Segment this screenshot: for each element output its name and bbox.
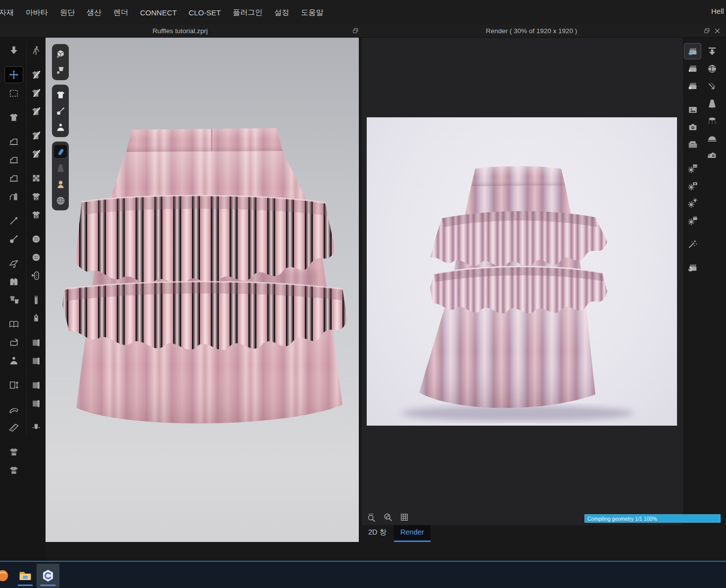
show-light-toggle-icon[interactable] <box>54 161 67 174</box>
menu-item-원단[interactable]: 원단 <box>54 8 81 17</box>
show-avatar-toggle-icon[interactable] <box>54 121 67 134</box>
disc-light-button-icon[interactable] <box>704 113 720 128</box>
fabric-open-tool-icon[interactable] <box>5 316 23 332</box>
button-tool-icon[interactable] <box>27 231 45 247</box>
taskbar <box>0 561 726 588</box>
cone-light-button-icon[interactable] <box>704 96 720 111</box>
pin-ball-tool-icon[interactable] <box>5 231 23 247</box>
fabric-roll-tool-4-icon[interactable] <box>27 395 45 411</box>
save-download-button-icon[interactable] <box>704 44 720 59</box>
render-restore-icon[interactable] <box>702 26 711 35</box>
sew-garment-tool-icon[interactable] <box>5 189 23 204</box>
sewing-machine-tool-icon[interactable] <box>5 134 23 149</box>
button-large-tool-icon[interactable] <box>27 249 45 265</box>
garment-ruler-tool-icon[interactable] <box>5 462 23 478</box>
image-viewer-button-icon[interactable] <box>684 102 701 117</box>
camera-settings-button-icon[interactable] <box>684 178 701 193</box>
denoiser-button-icon[interactable] <box>684 236 701 251</box>
render-zoom-controls: 100 <box>366 511 410 523</box>
video-render-button-icon[interactable] <box>684 61 701 76</box>
fabric-roll-tool-1-icon[interactable] <box>27 335 45 350</box>
menu-item-렌더[interactable]: 렌더 <box>107 8 134 17</box>
garment-cut-tool-1-icon[interactable] <box>27 67 45 83</box>
file-explorer-app-icon[interactable] <box>14 564 37 588</box>
clamp-tool-icon[interactable] <box>27 420 45 436</box>
garment-ball-toggle-icon[interactable] <box>54 64 67 77</box>
render-close-icon[interactable] <box>713 26 722 35</box>
view-tabs: 2D 창Render <box>362 525 431 542</box>
snapshot-button-icon[interactable] <box>684 119 701 135</box>
render-toolbar-inner <box>684 44 701 275</box>
pin-tool-icon[interactable] <box>5 213 23 229</box>
uv-fabric-tool-icon[interactable] <box>27 170 45 186</box>
tab-render[interactable]: Render <box>394 525 431 542</box>
tape-measure-tool-icon[interactable] <box>5 401 23 417</box>
vray-engine-button-icon[interactable] <box>704 61 720 76</box>
buttonhole-tool-icon[interactable] <box>27 268 45 284</box>
light-settings-button-icon[interactable] <box>684 195 701 210</box>
window-title-row: Ruffles tutorial.zprj Render ( 30% of 19… <box>0 25 726 38</box>
clone-layer-tool-icon[interactable] <box>5 292 23 308</box>
menu-item-자재[interactable]: 자재 <box>0 8 20 17</box>
show-head-toggle-icon[interactable] <box>54 178 67 191</box>
fabric-roll-tool-2-icon[interactable] <box>27 353 45 369</box>
snap-3d-toggle-icon[interactable] <box>54 48 67 60</box>
video-settings-button-icon[interactable] <box>684 212 701 228</box>
image-settings-button-icon[interactable] <box>684 160 701 176</box>
3d-garment-viewport[interactable] <box>46 38 359 542</box>
move-tool-icon[interactable] <box>5 67 23 83</box>
garment-measure-tool-icon[interactable] <box>5 444 23 460</box>
texture-shirt-fill-tool-icon[interactable] <box>27 207 45 223</box>
garment-window-title: Ruffles tutorial.zprj <box>0 25 360 37</box>
segment-sew-tool-icon[interactable] <box>5 152 23 168</box>
fabric-rotate-tool-icon[interactable] <box>5 335 23 350</box>
dome-light-button-icon[interactable] <box>704 130 720 146</box>
tab-2d-창[interactable]: 2D 창 <box>362 525 393 542</box>
show-fabric-toggle-icon[interactable] <box>54 145 67 158</box>
menu-item-도움말[interactable]: 도움말 <box>295 8 329 17</box>
garment-restore-icon[interactable] <box>351 26 360 35</box>
left-tool-sidebar <box>0 38 46 561</box>
marquee-select-tool-icon[interactable] <box>5 85 23 101</box>
menu-item-생산[interactable]: 생산 <box>81 8 107 17</box>
zipper-puller-tool-icon[interactable] <box>27 310 45 326</box>
download-tool-icon[interactable] <box>5 43 23 58</box>
image-folder-button-icon[interactable] <box>684 137 701 152</box>
garment-trim-tool-2-icon[interactable] <box>27 146 45 162</box>
garment-cut-tool-3-icon[interactable] <box>27 103 45 119</box>
avatar-fit-tool-icon[interactable] <box>5 353 23 369</box>
render-queue-button-icon[interactable] <box>684 78 701 94</box>
gi-rays-button-icon[interactable] <box>704 78 720 94</box>
garment-cut-tool-2-icon[interactable] <box>27 85 45 101</box>
ruler-tool-icon[interactable] <box>5 420 23 436</box>
arrange-garment-tool-icon[interactable] <box>5 109 23 125</box>
account-label[interactable]: Hell <box>711 7 726 15</box>
menu-item-플러그인[interactable]: 플러그인 <box>227 8 268 17</box>
show-pins-toggle-icon[interactable] <box>54 104 67 117</box>
clo-app-icon[interactable] <box>37 564 59 588</box>
menu-item-CLO-SET[interactable]: CLO-SET <box>183 8 227 17</box>
pixel-grid-button-icon[interactable] <box>398 511 410 523</box>
lift-panel-tool-icon[interactable] <box>5 377 23 393</box>
camera-lock-button-icon[interactable] <box>704 147 720 163</box>
walk-avatar-tool-icon[interactable] <box>27 43 45 58</box>
menu-item-CONNECT[interactable]: CONNECT <box>134 8 183 17</box>
browser-app-icon[interactable] <box>0 564 14 588</box>
interactive-render-button-icon[interactable] <box>684 44 701 59</box>
menu-item-설정[interactable]: 설정 <box>268 8 295 17</box>
zipper-tool-icon[interactable] <box>27 292 45 308</box>
menu-item-아바타[interactable]: 아바타 <box>20 8 54 17</box>
fold-arrange-tool-icon[interactable] <box>5 255 23 271</box>
garment-trim-tool-1-icon[interactable] <box>27 128 45 144</box>
texture-shirt-tool-icon[interactable] <box>27 189 45 204</box>
zoom-100-button-icon[interactable]: 100 <box>366 511 378 523</box>
render-toolbar-outer <box>704 44 720 163</box>
free-sew-tool-icon[interactable] <box>5 170 23 186</box>
show-grid-globe-toggle-icon[interactable] <box>54 194 67 207</box>
render-history-button-icon[interactable] <box>684 260 701 275</box>
zoom-fit-button-icon[interactable] <box>382 511 394 523</box>
viewport-toggle-group <box>52 44 69 80</box>
show-garment-toggle-icon[interactable] <box>54 88 67 101</box>
solidify-garment-tool-icon[interactable] <box>5 274 23 290</box>
fabric-roll-tool-3-icon[interactable] <box>27 377 45 393</box>
